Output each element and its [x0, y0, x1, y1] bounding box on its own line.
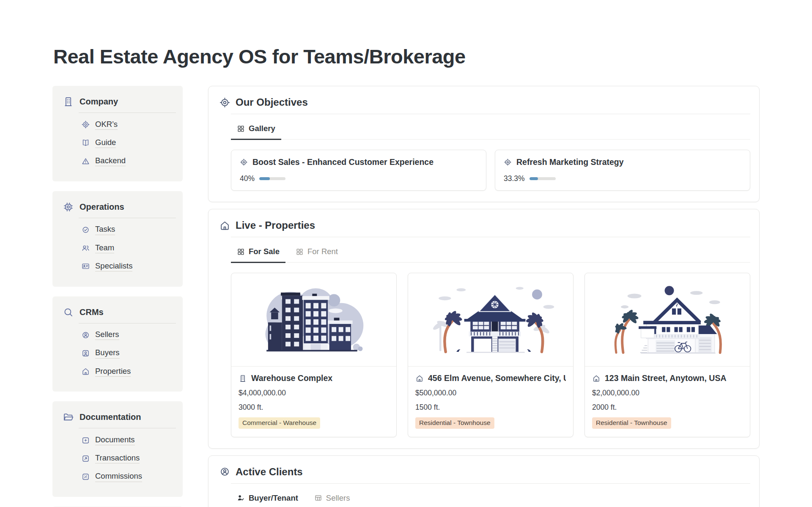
property-price: $4,000,000.00: [239, 389, 389, 397]
property-card[interactable]: Warehouse Complex $4,000,000.00 3000 ft.…: [231, 273, 397, 437]
open-book-icon: [81, 138, 90, 147]
target-icon: [219, 97, 230, 108]
objective-title: Refresh Marketing Strategy: [516, 157, 624, 167]
divider: [79, 323, 176, 323]
sidebar-section-documentation: Documentation Documents Transactions: [52, 401, 183, 497]
sidebar-section-company: Company OKR’s Guide: [52, 86, 183, 181]
person-square-icon: [81, 349, 90, 358]
sidebar-item-commissions[interactable]: Commissions: [81, 468, 176, 486]
sidebar-section-operations: Operations Tasks Team: [52, 191, 183, 287]
property-card[interactable]: 123 Main Street, Anytown, USA $2,000,000…: [584, 273, 750, 437]
tab-gallery[interactable]: Gallery: [231, 121, 281, 140]
objectives-tabs: Gallery: [231, 114, 750, 140]
clients-tabs: Buyer/Tenant Sellers: [231, 484, 750, 507]
section-heading: Live - Properties: [236, 219, 315, 231]
sidebar-section-title: Operations: [80, 202, 124, 212]
sidebar-item-documents[interactable]: Documents: [81, 431, 176, 449]
sidebar-item-buyers[interactable]: Buyers: [81, 344, 176, 362]
tab-for-rent[interactable]: For Rent: [290, 244, 344, 263]
sidebar-item-backend[interactable]: Backend: [81, 152, 176, 170]
objective-card[interactable]: Refresh Marketing Strategy 33.3%: [495, 150, 750, 191]
divider: [79, 112, 176, 113]
sidebar-item-label: Transactions: [95, 453, 140, 463]
sidebar-item-sellers[interactable]: Sellers: [81, 326, 176, 344]
progress-bar: [529, 177, 556, 180]
home-icon: [592, 374, 601, 383]
section-our-objectives: Our Objectives Gallery: [208, 86, 760, 202]
divider: [79, 428, 176, 428]
person-circle-icon: [81, 331, 90, 340]
tab-label: Buyer/Tenant: [249, 493, 298, 503]
id-card-icon: [81, 262, 90, 271]
folder-plus-icon: [81, 436, 90, 445]
target-icon: [504, 158, 512, 166]
home-icon: [415, 374, 424, 383]
property-area: 3000 ft.: [239, 403, 389, 412]
sidebar-item-team[interactable]: Team: [81, 239, 176, 257]
table-icon: [314, 494, 322, 502]
gallery-grid-icon: [237, 248, 245, 256]
sidebar-item-transactions[interactable]: Transactions: [81, 449, 176, 468]
tab-buyer-tenant[interactable]: Buyer/Tenant: [231, 490, 304, 507]
objective-percent: 40%: [240, 174, 255, 183]
check-circle-icon: [81, 225, 90, 234]
section-heading: Our Objectives: [236, 96, 308, 108]
progress-bar: [259, 177, 285, 180]
tab-for-sale[interactable]: For Sale: [231, 244, 285, 263]
sidebar-item-label: Team: [95, 243, 114, 253]
person-circle-icon: [219, 466, 230, 477]
main-content: Our Objectives Gallery: [208, 86, 760, 507]
sidebar-item-properties[interactable]: Properties: [81, 362, 176, 381]
property-title: 456 Elm Avenue, Somewhere City, USA: [428, 373, 566, 383]
property-title: Warehouse Complex: [251, 373, 332, 383]
sidebar-item-label: Sellers: [95, 330, 119, 340]
sidebar-section-title: Documentation: [80, 412, 141, 422]
property-price: $500,000.00: [415, 389, 566, 397]
gallery-grid-icon: [237, 125, 245, 133]
chip-icon: [63, 201, 74, 213]
square-arrow-icon: [81, 454, 90, 463]
property-illustration-city: [231, 273, 396, 367]
person-check-icon: [237, 494, 245, 502]
section-live-properties: Live - Properties For Sale For Rent: [208, 209, 760, 449]
sidebar-section-title: Company: [80, 97, 118, 107]
sidebar-item-guide[interactable]: Guide: [81, 134, 176, 152]
home-icon: [81, 367, 90, 376]
sidebar-item-label: Specialists: [95, 261, 132, 271]
sidebar-item-tasks[interactable]: Tasks: [81, 221, 176, 239]
target-icon: [240, 158, 248, 166]
property-illustration-white-beach-house: [585, 273, 750, 367]
sidebar-item-label: Backend: [95, 156, 126, 166]
sidebar-item-label: Properties: [95, 367, 131, 377]
objective-title: Boost Sales - Enhanced Customer Experien…: [252, 157, 433, 167]
property-price: $2,000,000.00: [592, 389, 743, 397]
sidebar-section-title: CRMs: [80, 307, 104, 317]
building-icon: [239, 374, 247, 383]
tab-label: For Rent: [307, 247, 338, 256]
property-area: 1500 ft.: [415, 403, 566, 412]
target-icon: [81, 120, 90, 129]
search-icon: [63, 307, 74, 318]
property-title: 123 Main Street, Anytown, USA: [605, 373, 727, 383]
sidebar-item-label: Guide: [95, 138, 116, 148]
sidebar-section-crms: CRMs Sellers Buyers: [52, 296, 183, 392]
page-title: Real Estate Agency OS for Teams/Brokerag…: [53, 45, 760, 68]
divider: [79, 218, 176, 218]
objective-card[interactable]: Boost Sales - Enhanced Customer Experien…: [231, 150, 486, 191]
property-tag: Residential - Townhouse: [592, 417, 671, 429]
app-canvas: Real Estate Agency OS for Teams/Brokerag…: [0, 0, 812, 507]
tab-label: Gallery: [249, 124, 275, 133]
home-icon: [219, 220, 230, 231]
sidebar-item-specialists[interactable]: Specialists: [81, 257, 176, 275]
properties-tabs: For Sale For Rent: [231, 237, 750, 263]
sidebar-item-okrs[interactable]: OKR’s: [81, 115, 176, 134]
tab-label: Sellers: [326, 493, 350, 503]
sidebar-item-label: Tasks: [95, 225, 115, 235]
folder-icon: [63, 411, 74, 423]
warning-triangle-icon: [81, 157, 90, 166]
sidebar-item-label: OKR’s: [95, 120, 118, 130]
tab-sellers[interactable]: Sellers: [308, 490, 356, 507]
property-card[interactable]: 456 Elm Avenue, Somewhere City, USA $500…: [408, 273, 573, 437]
property-illustration-navy-beach-house: [408, 273, 573, 367]
square-percent-icon: [81, 472, 90, 481]
